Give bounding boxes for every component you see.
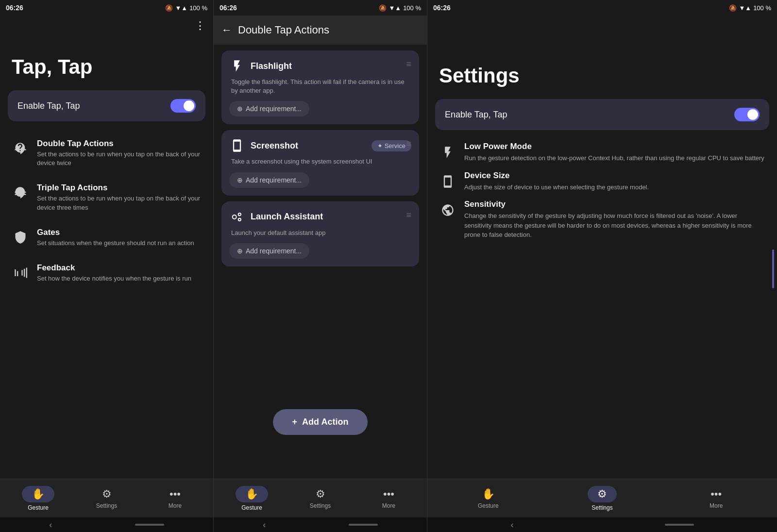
toggle-label-right: Enable Tap, Tap	[445, 110, 507, 120]
gates-icon	[12, 229, 29, 246]
add-req-screenshot[interactable]: ⊕ Add requirement...	[229, 172, 309, 188]
nav-more-left[interactable]: ••• More	[141, 484, 209, 513]
flashlight-card-icon	[229, 58, 245, 74]
nav-bar-right: ‹	[427, 517, 777, 532]
svg-point-5	[238, 218, 241, 220]
signal-icon-right: 🔕	[729, 4, 737, 12]
time-middle: 06:26	[220, 4, 237, 12]
add-req-plus-assistant: ⊕	[237, 247, 243, 255]
screenshot-card-desc: Take a screenshot using the system scree…	[229, 157, 411, 166]
device-size-icon	[439, 173, 456, 190]
toggle-switch-left[interactable]	[170, 99, 196, 113]
nav-more-label-left: More	[169, 502, 182, 509]
add-req-label-screenshot: Add requirement...	[246, 176, 302, 184]
wifi-icon-right: ▼▲	[739, 4, 751, 12]
settings-item-device-size[interactable]: Device Size Adjust the size of device to…	[439, 171, 765, 192]
triple-tap-text: Triple Tap Actions Set the actions to be…	[37, 183, 202, 212]
card-launch-assistant: ≡ Launch Assistant Launch your default a…	[221, 201, 419, 266]
nav-more-right[interactable]: ••• More	[659, 484, 773, 513]
panel-middle: 06:26 🔕 ▼▲ 100 % ← Double Tap Actions ≡ …	[214, 0, 427, 532]
battery-left: 100 %	[189, 4, 207, 12]
add-action-button[interactable]: + Add Action	[273, 409, 368, 435]
status-bar-right: 06:26 🔕 ▼▲ 100 %	[427, 0, 777, 16]
gesture-nav-icon-right: ✋	[482, 488, 495, 500]
sidebar-item-triple-tap[interactable]: Triple Tap Actions Set the actions to be…	[8, 177, 205, 217]
back-nav-right[interactable]: ‹	[511, 520, 514, 530]
drag-handle-assistant[interactable]: ≡	[406, 210, 411, 220]
gates-text: Gates Set situations when the gesture sh…	[37, 228, 202, 248]
more-nav-icon-middle: •••	[383, 488, 394, 500]
battery-middle: 100 %	[403, 4, 421, 12]
nav-gesture-left[interactable]: ✋ Gesture	[4, 482, 72, 515]
sidebar-item-feedback[interactable]: Feedback Set how the device notifies you…	[8, 257, 205, 289]
time-right: 06:26	[433, 4, 451, 12]
enable-toggle-right[interactable]: Enable Tap, Tap	[435, 99, 769, 130]
status-icons-middle: 🔕 ▼▲ 100 %	[379, 4, 421, 12]
panel-header-middle: ← Double Tap Actions	[214, 16, 427, 45]
menu-icon-left[interactable]: ⋮	[195, 19, 205, 32]
sidebar-item-gates[interactable]: Gates Set situations when the gesture sh…	[8, 222, 205, 253]
svg-point-3	[233, 215, 236, 219]
svg-rect-2	[15, 194, 26, 195]
card-header-assistant: Launch Assistant	[229, 209, 411, 225]
card-header-flashlight: Flashlight	[229, 58, 411, 74]
nav-pill-middle	[349, 524, 378, 526]
scroll-indicator-right	[772, 249, 774, 288]
settings-item-low-power[interactable]: Low Power Mode Run the gesture detection…	[439, 142, 765, 163]
nav-settings-label-right: Settings	[591, 504, 612, 511]
sensitivity-text: Sensitivity Change the sensitivity of th…	[464, 200, 765, 240]
add-action-plus: +	[292, 417, 298, 427]
status-bar-middle: 06:26 🔕 ▼▲ 100 %	[214, 0, 427, 16]
status-icons-left: 🔕 ▼▲ 100 %	[165, 4, 207, 12]
settings-item-sensitivity[interactable]: Sensitivity Change the sensitivity of th…	[439, 200, 765, 240]
nav-settings-middle[interactable]: ⚙ Settings	[286, 484, 355, 513]
enable-toggle-left[interactable]: Enable Tap, Tap	[8, 90, 205, 121]
gates-desc: Set situations when the gesture should n…	[37, 239, 202, 248]
assistant-card-icon	[229, 209, 245, 225]
nav-gesture-middle[interactable]: ✋ Gesture	[218, 482, 286, 515]
settings-items-list: Low Power Mode Run the gesture detection…	[427, 142, 777, 240]
nav-gesture-label-middle: Gesture	[241, 504, 262, 511]
assistant-card-title: Launch Assistant	[251, 212, 411, 222]
drag-handle-flashlight[interactable]: ≡	[406, 59, 411, 69]
settings-nav-icon-middle: ⚙	[316, 488, 325, 500]
add-req-assistant[interactable]: ⊕ Add requirement...	[229, 243, 309, 259]
signal-icon: 🔕	[165, 4, 173, 12]
nav-pill-left	[135, 524, 164, 526]
gesture-nav-icon-middle: ✋	[245, 488, 258, 500]
feedback-desc: Set how the device notifies you when the…	[37, 274, 202, 283]
card-screenshot: ≡ Screenshot ✦ Service Take a screenshot…	[221, 130, 419, 195]
flashlight-card-desc: Toggle the flashlight. This action will …	[229, 78, 411, 95]
back-button-middle[interactable]: ←	[221, 24, 232, 36]
toggle-switch-right[interactable]	[734, 108, 760, 121]
sensitivity-desc: Change the sensitivity of the gesture by…	[464, 211, 765, 240]
back-nav-middle[interactable]: ‹	[263, 520, 266, 530]
screenshot-card-icon	[229, 138, 245, 153]
nav-settings-left[interactable]: ⚙ Settings	[72, 484, 141, 513]
bottom-nav-right: ✋ Gesture ⚙ Settings ••• More	[427, 479, 777, 517]
flashlight-card-title: Flashlight	[251, 61, 411, 71]
panel-title-middle: Double Tap Actions	[238, 24, 329, 36]
back-nav-left[interactable]: ‹	[49, 520, 52, 530]
add-req-label-flashlight: Add requirement...	[246, 105, 302, 113]
menu-items-list: Double Tap Actions Set the actions to be…	[0, 133, 213, 289]
card-header-screenshot: Screenshot ✦ Service	[229, 138, 411, 153]
battery-right: 100 %	[753, 4, 771, 12]
nav-gesture-right[interactable]: ✋ Gesture	[431, 484, 545, 513]
feedback-title: Feedback	[37, 263, 202, 273]
add-req-label-assistant: Add requirement...	[246, 247, 302, 255]
double-tap-icon	[12, 140, 29, 157]
add-req-plus-flashlight: ⊕	[237, 105, 243, 113]
sensitivity-icon	[439, 201, 456, 219]
toggle-label-left: Enable Tap, Tap	[17, 101, 80, 111]
add-req-flashlight[interactable]: ⊕ Add requirement...	[229, 101, 309, 116]
settings-nav-icon-right: ⚙	[597, 488, 607, 500]
wifi-icon-mid: ▼▲	[388, 4, 401, 12]
sidebar-item-double-tap[interactable]: Double Tap Actions Set the actions to be…	[8, 133, 205, 173]
svg-rect-0	[15, 149, 26, 150]
nav-settings-right[interactable]: ⚙ Settings	[545, 482, 659, 515]
drag-handle-screenshot[interactable]: ≡	[406, 139, 411, 149]
device-size-desc: Adjust the size of device to use when se…	[464, 183, 649, 192]
nav-more-middle[interactable]: ••• More	[355, 484, 423, 513]
assistant-card-desc: Launch your default assistant app	[229, 229, 411, 237]
